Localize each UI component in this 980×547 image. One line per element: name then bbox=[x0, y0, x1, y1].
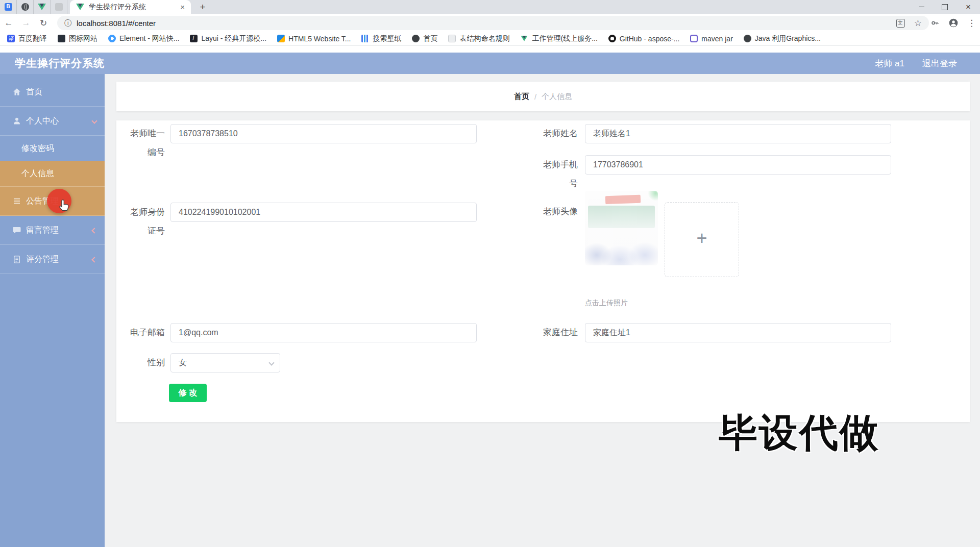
sidebar-item-messages[interactable]: 留言管理 bbox=[0, 216, 105, 245]
hand-cursor-icon bbox=[57, 198, 71, 213]
back-icon[interactable] bbox=[0, 18, 17, 28]
bookmark-item[interactable]: Layui - 经典开源模... bbox=[190, 34, 266, 43]
breadcrumb-current: 个人信息 bbox=[542, 92, 572, 102]
key-extension-icon[interactable] bbox=[930, 18, 940, 28]
header-username[interactable]: 老师 a1 bbox=[875, 58, 904, 69]
bookmark-item[interactable]: 首页 bbox=[412, 34, 437, 43]
bookmark-item[interactable]: 图标网站 bbox=[58, 34, 97, 43]
avatar-photo[interactable] bbox=[585, 191, 658, 265]
url-text[interactable]: localhost:8081/#/center bbox=[77, 19, 156, 28]
vue-favicon-icon bbox=[76, 4, 84, 10]
email-input[interactable] bbox=[170, 323, 477, 342]
submit-button[interactable]: 修 改 bbox=[169, 384, 207, 402]
new-tab-button[interactable]: + bbox=[196, 1, 209, 14]
teacher-no-label: 老师唯一 编号 bbox=[116, 124, 165, 162]
vue-icon bbox=[38, 4, 46, 10]
bookmark-item[interactable]: Java 利用Graphics... bbox=[744, 34, 821, 43]
close-icon[interactable] bbox=[957, 0, 980, 14]
bookmark-item[interactable]: maven jar bbox=[690, 35, 732, 43]
browser-toolbar: localhost:8081/#/center bbox=[0, 14, 980, 32]
bookmark-item[interactable]: HTML5 Website T... bbox=[277, 35, 351, 43]
phone-input[interactable] bbox=[585, 155, 891, 175]
breadcrumb-home[interactable]: 首页 bbox=[514, 92, 529, 102]
address-bar[interactable]: localhost:8081/#/center bbox=[57, 16, 929, 30]
score-icon bbox=[12, 255, 21, 264]
element-icon bbox=[108, 35, 116, 42]
vue-icon bbox=[521, 36, 528, 41]
pinned-tab-vue[interactable] bbox=[34, 0, 51, 14]
app-icon bbox=[55, 3, 63, 11]
bookmark-item[interactable]: 搜索壁纸 bbox=[361, 34, 401, 43]
profile-avatar-icon[interactable] bbox=[948, 18, 959, 28]
active-tab[interactable]: 学生操行评分系统 × bbox=[70, 0, 191, 14]
sidebar: 首页 个人中心 修改密码 个人信息 公告管理 留言管理 评分管理 bbox=[0, 74, 105, 547]
click-effect-circle bbox=[47, 189, 71, 213]
chevron-left-icon bbox=[91, 228, 97, 233]
id-card-input[interactable] bbox=[170, 203, 477, 222]
chevron-left-icon bbox=[91, 257, 97, 262]
minimize-icon[interactable] bbox=[910, 0, 933, 14]
avatar-upload-box[interactable] bbox=[665, 202, 739, 277]
upload-hint: 点击上传照片 bbox=[585, 299, 628, 308]
bookmark-star-icon[interactable] bbox=[914, 18, 922, 29]
sidebar-item-personal-center[interactable]: 个人中心 bbox=[0, 107, 105, 136]
message-icon bbox=[12, 226, 21, 235]
bilibili-icon bbox=[5, 3, 12, 11]
globe-icon bbox=[744, 35, 751, 42]
menu-dots-icon[interactable] bbox=[967, 18, 976, 29]
id-card-label: 老师身份 证号 bbox=[116, 203, 165, 240]
forward-icon[interactable] bbox=[17, 18, 35, 28]
bookmark-item[interactable]: 百度翻译 bbox=[7, 34, 47, 43]
tab-title: 学生操行评分系统 bbox=[89, 3, 176, 12]
chevron-down-icon bbox=[91, 118, 97, 123]
maximize-icon[interactable] bbox=[933, 0, 957, 14]
pinned-tab-bilibili[interactable] bbox=[0, 0, 17, 14]
translate-icon[interactable] bbox=[896, 19, 905, 28]
file-icon bbox=[448, 35, 456, 42]
reload-icon[interactable] bbox=[35, 18, 52, 29]
html5-icon bbox=[277, 35, 285, 42]
logout-link[interactable]: 退出登录 bbox=[922, 58, 957, 69]
icon-site-icon bbox=[58, 35, 65, 42]
browser-tab-strip: 学生操行评分系统 × + bbox=[0, 0, 980, 14]
app-title: 学生操行评分系统 bbox=[15, 56, 105, 70]
address-label: 家庭住址 bbox=[529, 323, 578, 342]
sidebar-item-change-password[interactable]: 修改密码 bbox=[0, 136, 105, 161]
list-icon bbox=[12, 196, 21, 206]
phone-label: 老师手机 号 bbox=[529, 155, 578, 193]
gender-label: 性别 bbox=[116, 353, 165, 372]
tab-close-icon[interactable]: × bbox=[180, 3, 185, 11]
address-input[interactable] bbox=[585, 323, 891, 342]
user-icon bbox=[12, 116, 21, 126]
bookmark-item[interactable]: GitHub - aspose-... bbox=[608, 35, 680, 43]
teacher-name-input[interactable] bbox=[585, 124, 891, 143]
screen: 学生操行评分系统 × + localhost:8081/#/center bbox=[0, 0, 980, 547]
page-info-icon[interactable] bbox=[64, 18, 71, 28]
bookmarks-bar: 百度翻译 图标网站 Element - 网站快... Layui - 经典开源模… bbox=[0, 32, 980, 45]
page-top-gap bbox=[0, 46, 980, 53]
bookmark-item[interactable]: 工作管理(线上服务... bbox=[520, 34, 597, 43]
maven-icon bbox=[690, 35, 698, 42]
personal-info-form: 老师唯一 编号 老师身份 证号 电子邮箱 性别 女 修 改 老师姓名 老师手机 … bbox=[116, 120, 970, 422]
sidebar-item-personal-info[interactable]: 个人信息 bbox=[0, 161, 105, 187]
layui-icon bbox=[190, 35, 198, 42]
pinned-tab-globe[interactable] bbox=[17, 0, 34, 14]
sidebar-item-scoring[interactable]: 评分管理 bbox=[0, 245, 105, 274]
breadcrumb-separator: / bbox=[534, 92, 536, 101]
breadcrumb: 首页 / 个人信息 bbox=[116, 82, 970, 111]
avatar-label: 老师头像 bbox=[529, 202, 578, 221]
app-header: 学生操行评分系统 老师 a1 退出登录 bbox=[0, 53, 980, 74]
baidu-translate-icon bbox=[7, 35, 15, 42]
home-icon bbox=[12, 87, 21, 96]
pinned-tab-app[interactable] bbox=[51, 0, 67, 14]
gender-select[interactable]: 女 bbox=[170, 353, 280, 372]
globe-icon bbox=[412, 35, 420, 42]
watermark-text: 毕设代做 bbox=[719, 413, 880, 452]
sidebar-item-home[interactable]: 首页 bbox=[0, 78, 105, 107]
window-controls bbox=[910, 0, 980, 14]
teacher-no-input[interactable] bbox=[170, 124, 477, 143]
bookmark-item[interactable]: Element - 网站快... bbox=[108, 34, 179, 43]
globe-icon bbox=[21, 3, 29, 11]
bookmark-item[interactable]: 表结构命名规则 bbox=[448, 34, 509, 43]
teacher-name-label: 老师姓名 bbox=[529, 124, 578, 143]
